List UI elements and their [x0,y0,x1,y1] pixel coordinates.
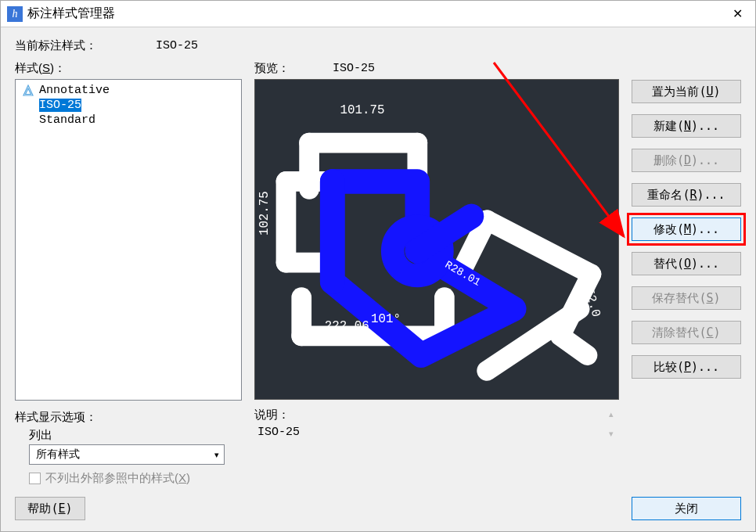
hide-xref-checkbox-row[interactable]: 不列出外部参照中的样式(X) [29,471,242,486]
display-options-label: 样式显示选项： [15,410,242,425]
description-label: 说明： [254,408,603,422]
list-item-label: ISO-25 [39,99,81,112]
scroll-down-icon: ▾ [609,429,614,439]
new-button[interactable]: 新建(N)... [632,114,741,138]
styles-label: 样式(S)： [15,61,242,76]
window-title: 标注样式管理器 [27,5,115,22]
delete-button[interactable]: 删除(D)... [632,149,741,172]
app-icon: h [7,6,23,22]
list-label: 列出 [29,428,242,443]
dialog-content: 当前标注样式： ISO-25 样式(S)： AnnotativeISO-25St… [1,27,755,531]
dim-text-left: 102.75 [257,191,272,235]
list-filter-combobox[interactable]: 所有样式 ▾ [29,444,225,465]
middle-column: 预览： ISO-25 [254,61,619,486]
scroll-up-icon: ▴ [609,409,614,419]
dim-text-bottom: 222.06 [325,320,369,334]
rename-button[interactable]: 重命名(R)... [632,183,741,207]
current-style-label: 当前标注样式： [15,38,156,53]
hide-xref-label: 不列出外部参照中的样式(X) [45,471,190,486]
help-button[interactable]: 帮助(E) [15,497,85,520]
annotative-icon [22,84,36,97]
dimension-style-manager-dialog: h 标注样式管理器 ✕ 当前标注样式： ISO-25 样式(S)： Annota… [0,0,756,532]
list-item-label: Annotative [39,84,110,97]
dim-text-angle: 101° [371,312,401,326]
preview-style-name: ISO-25 [333,62,375,75]
override-button[interactable]: 替代(O)... [632,252,741,275]
combo-value: 所有样式 [36,448,80,462]
list-item[interactable]: Annotative [19,83,238,98]
preview-label: 预览： [254,61,333,76]
chevron-down-icon: ▾ [214,450,219,460]
list-item[interactable]: Standard [19,113,238,128]
list-item-label: Standard [39,113,95,127]
dim-text-top: 101.75 [340,103,385,117]
description-scrollbar[interactable]: ▴ ▾ [603,408,619,440]
description-value: ISO-25 [254,424,603,440]
compare-button[interactable]: 比较(P)... [632,355,741,379]
preview-pane: 101.75 102.75 222.06 101° 152.0 R28.01 [254,79,619,400]
clear-override-button[interactable]: 清除替代(C) [632,321,741,344]
styles-listbox[interactable]: AnnotativeISO-25Standard [15,79,242,401]
close-icon[interactable]: ✕ [719,1,755,27]
checkbox-icon [29,473,41,484]
left-column: 样式(S)： AnnotativeISO-25Standard 样式显示选项： … [15,61,242,486]
current-style-row: 当前标注样式： ISO-25 [15,38,741,53]
close-button[interactable]: 关闭 [632,497,741,520]
right-button-column: 置为当前(U) 新建(N)... 删除(D)... 重命名(R)... 修改(M… [632,61,741,486]
list-item[interactable]: ISO-25 [19,98,238,113]
save-override-button[interactable]: 保存替代(S) [632,286,741,310]
titlebar: h 标注样式管理器 ✕ [1,1,755,27]
annotation-highlight-box [627,213,746,246]
current-style-value: ISO-25 [156,39,198,52]
set-current-button[interactable]: 置为当前(U) [632,80,741,103]
